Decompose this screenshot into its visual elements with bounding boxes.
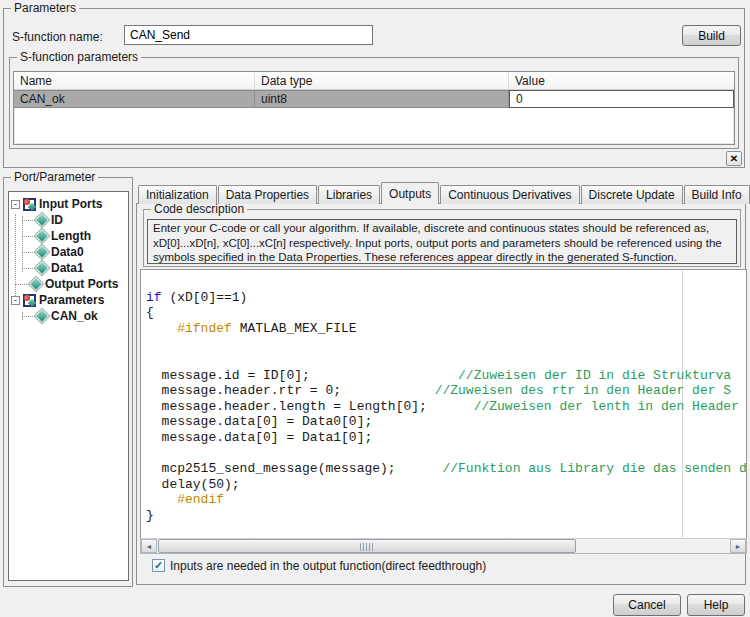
code-content: if (xD[0]==1){ #ifndef MATLAB_MEX_FILE m… (146, 274, 747, 524)
port-diamond-icon (36, 230, 47, 241)
tree-item-label: Data0 (51, 245, 84, 259)
column-header-data-type[interactable]: Data type (255, 72, 509, 89)
code-line: message.header.length = Length[0]; //Zuw… (146, 399, 747, 415)
collapse-icon[interactable]: - (11, 200, 20, 209)
outputs-tab-panel: Code description Enter your C-code or ca… (136, 203, 746, 585)
code-line (146, 336, 747, 352)
horizontal-scrollbar[interactable]: ◄ ► (140, 538, 747, 554)
collapse-icon[interactable]: - (11, 296, 20, 305)
scroll-right-icon[interactable]: ► (730, 539, 746, 553)
tab-data-properties[interactable]: Data Properties (218, 185, 317, 204)
parameters-icon (23, 294, 36, 307)
sfunction-name-input[interactable] (124, 25, 373, 45)
close-icon[interactable]: ✕ (726, 151, 742, 166)
tree-guide-stub (22, 236, 35, 237)
tab-bar: InitializationData PropertiesLibrariesOu… (138, 182, 750, 204)
code-line: delay(50); (146, 477, 747, 493)
code-line: } (146, 508, 747, 524)
code-line: message.header.rtr = 0; //Zuweisen des r… (146, 383, 747, 399)
tree-guide-stub (22, 268, 35, 269)
tree-item-label: Data1 (51, 261, 84, 275)
cell-data-type[interactable]: uint8 (255, 90, 509, 108)
code-line: #ifndef MATLAB_MEX_FILE (146, 321, 747, 337)
table-row[interactable]: CAN_okuint80 (14, 90, 734, 108)
port-parameter-group: Port/Parameter -Input PortsIDLengthData0… (3, 177, 133, 587)
port-parameter-tree[interactable]: -Input PortsIDLengthData0Data1Output Por… (8, 191, 129, 581)
column-header-name[interactable]: Name (14, 72, 255, 89)
input-ports-icon (23, 198, 36, 211)
code-line: message.id = ID[0]; //Zuweisen der ID in… (146, 368, 747, 384)
parameter-table: Name Data type Value CAN_okuint80 (13, 71, 735, 145)
port-diamond-icon (36, 214, 47, 225)
code-editor[interactable]: if (xD[0]==1){ #ifndef MATLAB_MEX_FILE m… (140, 269, 747, 539)
code-line: message.data[0] = Data1[0]; (146, 430, 747, 446)
build-button[interactable]: Build (682, 25, 741, 46)
port-diamond-icon (36, 262, 47, 273)
direct-feedthrough-label: Inputs are needed in the output function… (170, 559, 486, 573)
tab-outputs[interactable]: Outputs (381, 182, 439, 204)
code-line: { (146, 305, 747, 321)
tree-item-label: Output Ports (45, 277, 118, 291)
tab-discrete-update[interactable]: Discrete Update (581, 185, 683, 204)
column-header-value[interactable]: Value (509, 72, 734, 89)
tree-guide-stub (22, 252, 35, 253)
tree-item-label: CAN_ok (51, 309, 98, 323)
tree-guide-stub (22, 316, 35, 317)
code-description-group: Code description Enter your C-code or ca… (143, 209, 741, 267)
tree-item-data0[interactable]: Data0 (9, 244, 128, 260)
parameters-group: Parameters S-function name: Build S-func… (3, 8, 745, 168)
scrollbar-grip-icon (360, 543, 373, 551)
code-line (146, 352, 747, 368)
tree-item-label: Parameters (39, 293, 104, 307)
code-description-group-title: Code description (151, 202, 247, 216)
tree-item-label: Length (51, 229, 91, 243)
direct-feedthrough-checkbox[interactable]: ✓ (152, 559, 165, 572)
port-diamond-icon (36, 310, 47, 321)
sfunction-parameters-group-title: S-function parameters (17, 50, 141, 64)
parameter-table-header: Name Data type Value (14, 72, 734, 90)
parameters-group-title: Parameters (11, 1, 79, 15)
code-description-text: Enter your C-code or call your algorithm… (147, 219, 737, 264)
port-diamond-icon (30, 278, 41, 289)
tree-guide-stub (22, 220, 35, 221)
port-parameter-group-title: Port/Parameter (11, 170, 98, 184)
tree-item-output-ports[interactable]: Output Ports (9, 276, 128, 292)
scrollbar-thumb[interactable] (158, 539, 576, 553)
code-line: mcp2515_send_message(message); //Funktio… (146, 461, 747, 477)
tab-continuous-derivatives[interactable]: Continuous Derivatives (440, 185, 579, 204)
cell-value[interactable]: 0 (509, 90, 734, 108)
tree-item-data1[interactable]: Data1 (9, 260, 128, 276)
help-button[interactable]: Help (687, 594, 745, 616)
tab-build-info[interactable]: Build Info (684, 185, 750, 204)
tree-item-length[interactable]: Length (9, 228, 128, 244)
scroll-left-icon[interactable]: ◄ (141, 539, 157, 553)
cell-name[interactable]: CAN_ok (14, 90, 255, 108)
tab-initialization[interactable]: Initialization (138, 185, 217, 204)
tab-libraries[interactable]: Libraries (318, 185, 380, 204)
tree-item-input-ports[interactable]: -Input Ports (9, 196, 128, 212)
tree-item-label: ID (51, 213, 63, 227)
port-diamond-icon (36, 246, 47, 257)
sfunction-builder-dialog: { "header": { "group_title": "Parameters… (0, 0, 750, 617)
tree-item-parameters[interactable]: -Parameters (9, 292, 128, 308)
cancel-button[interactable]: Cancel (613, 594, 681, 616)
sfunction-name-label: S-function name: (12, 30, 103, 44)
code-line: message.data[0] = Data0[0]; (146, 414, 747, 430)
tree-item-label: Input Ports (39, 197, 102, 211)
tree-item-can-ok[interactable]: CAN_ok (9, 308, 128, 324)
sfunction-parameters-group: S-function parameters Name Data type Val… (9, 57, 739, 149)
code-line: if (xD[0]==1) (146, 290, 747, 306)
code-line (146, 446, 747, 462)
tree-guide-stub (15, 284, 29, 285)
code-line: #endif (146, 492, 747, 508)
tree-item-id[interactable]: ID (9, 212, 128, 228)
code-line (146, 274, 747, 290)
